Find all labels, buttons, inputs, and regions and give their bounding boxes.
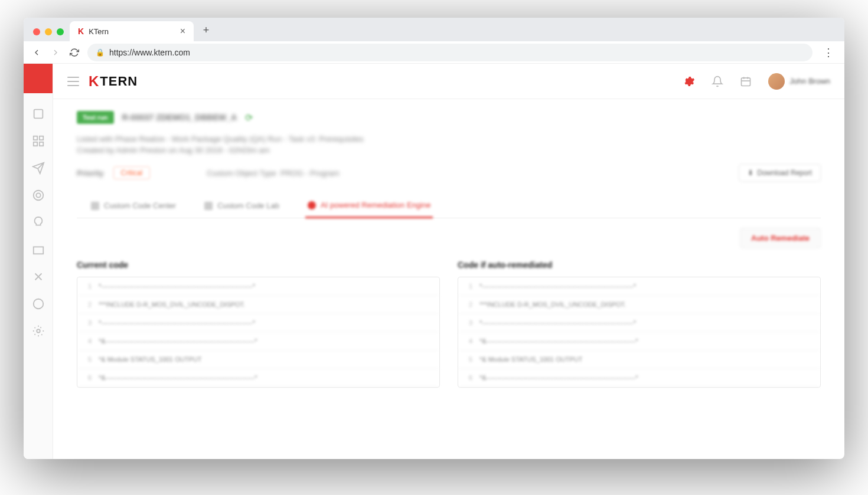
url-input[interactable]: 🔒 https://www.ktern.com: [87, 44, 812, 61]
bug-icon: [308, 201, 316, 209]
code-line: 3*--------------------------------------…: [77, 314, 439, 332]
app-topbar: KTERN John Brown: [53, 64, 844, 99]
priority-value: Critical: [113, 166, 151, 179]
tab-custom-code-center[interactable]: Custom Code Center: [89, 194, 178, 218]
avatar: [768, 73, 785, 90]
remediated-code-box: 1*--------------------------------------…: [458, 277, 821, 388]
maximize-window-button[interactable]: [57, 28, 64, 35]
flask-icon: [204, 202, 213, 210]
browser-tab-bar: K KTern × +: [24, 18, 844, 41]
calendar-icon[interactable]: [740, 76, 752, 87]
code-line: 2***INCLUDE D-R_MOS_DVIL_UNCODE_DISPOT.: [458, 296, 820, 314]
auto-remediate-button[interactable]: Auto Remediate: [740, 228, 821, 248]
rail-item-6[interactable]: [32, 243, 45, 256]
app-logo: KTERN: [89, 73, 138, 90]
code-line: 1*--------------------------------------…: [77, 277, 439, 296]
tab-custom-code-lab[interactable]: Custom Code Lab: [202, 194, 282, 218]
reload-button[interactable]: [68, 47, 80, 58]
object-type: Custom Object Type PROG - Program: [207, 169, 339, 178]
code-line: 3*--------------------------------------…: [458, 314, 820, 332]
rail-item-8[interactable]: [32, 297, 45, 310]
browser-menu-button[interactable]: ⋮: [820, 46, 837, 59]
code-line: 4*&-------------------------------------…: [77, 332, 439, 350]
code-icon: [91, 202, 99, 210]
menu-toggle-button[interactable]: [67, 77, 79, 86]
lock-icon: 🔒: [96, 48, 105, 57]
svg-rect-0: [34, 110, 43, 119]
rail-item-2[interactable]: [32, 135, 45, 147]
breadcrumb: Listed with Phase Realize - Work Package…: [77, 135, 821, 143]
user-name: John Brown: [789, 77, 830, 86]
close-tab-button[interactable]: ×: [180, 26, 185, 37]
svg-point-8: [33, 299, 43, 309]
rail-item-1[interactable]: [32, 107, 45, 120]
code-line: 1*--------------------------------------…: [458, 277, 820, 296]
rail-item-4[interactable]: [32, 189, 45, 202]
code-line: 5*& Module STATUS_1001 OUTPUT: [458, 350, 820, 369]
user-menu[interactable]: John Brown: [768, 73, 830, 90]
download-icon: ⬇: [748, 169, 753, 177]
priority-label: Priority: [77, 169, 104, 178]
code-line: 6*&-------------------------------------…: [458, 369, 820, 387]
gear-icon[interactable]: [683, 76, 695, 87]
new-tab-button[interactable]: +: [197, 21, 215, 39]
download-report-button[interactable]: ⬇ Download Report: [739, 164, 821, 182]
rail-brand-block: [24, 64, 53, 93]
svg-rect-2: [39, 136, 43, 140]
rail-item-9[interactable]: [32, 324, 45, 337]
left-nav-rail: [24, 64, 53, 459]
svg-point-5: [33, 191, 43, 201]
svg-rect-3: [33, 142, 37, 146]
svg-rect-1: [33, 136, 37, 140]
bell-icon[interactable]: [712, 76, 723, 87]
right-code-title: Code if auto-remediated: [458, 260, 821, 270]
code-line: 5*& Module STATUS_1001 OUTPUT: [77, 350, 439, 369]
svg-point-6: [36, 193, 40, 197]
code-line: 4*&-------------------------------------…: [458, 332, 820, 350]
rail-item-5[interactable]: [32, 216, 45, 229]
content-tabs: Custom Code Center Custom Code Lab AI po…: [77, 194, 821, 218]
forward-button[interactable]: [50, 47, 61, 58]
created-info: Created by Admin Preston on Aug 30 2019 …: [77, 146, 821, 155]
status-badge: Test run: [77, 111, 114, 124]
tab-ai-remediation[interactable]: AI powered Remediation Engine: [305, 194, 433, 218]
minimize-window-button[interactable]: [45, 28, 52, 35]
item-id: R-00037 ZDEMO1_DBBEW_A: [122, 113, 237, 122]
svg-rect-7: [33, 247, 43, 254]
current-code-box: 1*--------------------------------------…: [77, 277, 440, 388]
address-bar: 🔒 https://www.ktern.com ⋮: [24, 41, 844, 64]
svg-rect-4: [39, 142, 43, 146]
browser-window: K KTern × + 🔒 https://www.ktern.com ⋮: [24, 18, 844, 459]
close-window-button[interactable]: [33, 28, 40, 35]
code-line: 2***INCLUDE D-R_MOS_DVIL_UNCODE_DISPOT.: [77, 296, 439, 314]
url-text: https://www.ktern.com: [109, 48, 190, 57]
svg-rect-10: [742, 78, 750, 86]
svg-point-9: [37, 329, 40, 333]
window-controls: [31, 28, 70, 41]
refresh-icon[interactable]: ⟳: [245, 112, 253, 123]
rail-item-3[interactable]: [32, 162, 45, 175]
code-line: 6*&-------------------------------------…: [77, 369, 439, 387]
rail-item-7[interactable]: [32, 270, 45, 283]
tab-title: KTern: [89, 27, 109, 36]
left-code-title: Current code: [77, 260, 440, 270]
favicon: K: [78, 27, 84, 36]
browser-tab[interactable]: K KTern ×: [70, 21, 194, 41]
back-button[interactable]: [31, 47, 43, 58]
